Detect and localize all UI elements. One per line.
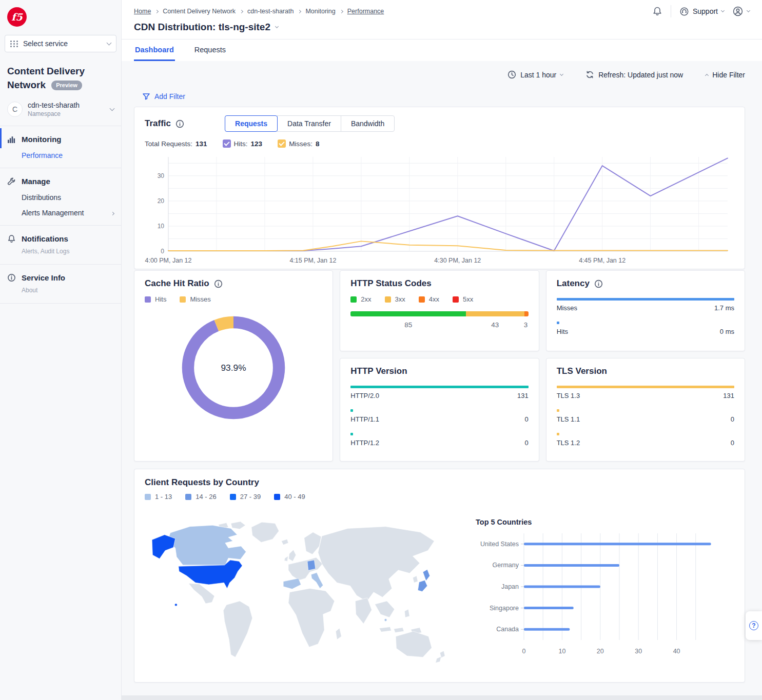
page-tabs: Dashboard Requests — [122, 39, 762, 61]
f5-logo[interactable]: f5 — [7, 7, 27, 27]
breadcrumb: Home Content Delivery Network cdn-test-s… — [134, 8, 384, 15]
map-country-hawaii[interactable] — [174, 604, 177, 606]
traffic-view-bandwidth[interactable]: Bandwidth — [341, 115, 395, 132]
total-requests-value: 131 — [196, 140, 207, 148]
refresh-button[interactable]: Refresh: Updated just now — [585, 70, 683, 79]
user-avatar-icon — [732, 6, 744, 17]
info-icon[interactable] — [175, 119, 184, 128]
bucket4-label: 40 - 49 — [284, 493, 305, 501]
country-title: Client Requests by Country — [145, 477, 259, 488]
svg-text:United States: United States — [480, 541, 519, 548]
breadcrumb-performance[interactable]: Performance — [347, 8, 384, 15]
svg-text:93.9%: 93.9% — [221, 363, 246, 373]
hide-filter-label: Hide Filter — [712, 71, 745, 79]
map-country-italy[interactable] — [311, 573, 323, 589]
5xx-swatch — [453, 296, 459, 303]
breadcrumb-cdn[interactable]: Content Delivery Network — [163, 8, 236, 15]
traffic-card: Traffic Requests Data Transfer Bandwidth… — [134, 107, 745, 269]
hits-swatch — [145, 296, 151, 303]
info-icon[interactable] — [594, 279, 603, 288]
status-legend: 2xx 3xx 4xx 5xx — [350, 295, 528, 303]
hits-checkbox[interactable] — [223, 139, 231, 148]
sidebar-item-distributions[interactable]: Distributions — [0, 190, 121, 206]
page-title: CDN Distribution: tls-ng-site2 — [134, 22, 270, 33]
chevron-down-icon — [107, 41, 112, 46]
namespace-name: cdn-test-sharath — [28, 101, 80, 109]
app: f5 Select service Content Delivery Netwo… — [0, 0, 762, 700]
help-button[interactable]: ? — [746, 611, 762, 640]
add-filter-button[interactable]: Add Filter — [134, 86, 745, 107]
time-range-selector[interactable]: Last 1 hour — [507, 70, 563, 79]
http-version-bars: HTTP/2.0131HTTP/1.10HTTP/1.20 — [350, 386, 528, 447]
svg-text:4:15 PM, Jan 12: 4:15 PM, Jan 12 — [289, 257, 336, 264]
status-segment-3xx — [466, 311, 524, 316]
http-version-title: HTTP Version — [350, 366, 407, 376]
bucket1-swatch — [145, 494, 151, 500]
svg-text:30: 30 — [158, 172, 165, 179]
cache-hit-ratio-card: Cache Hit Ratio Hits Misses 93.9% — [134, 270, 333, 462]
map-country-alaska[interactable] — [152, 535, 175, 559]
sidebar-item-performance[interactable]: Performance — [0, 148, 121, 164]
traffic-view-requests[interactable]: Requests — [225, 115, 278, 132]
hits-legend-label: Hits — [155, 295, 166, 303]
svg-text:Canada: Canada — [496, 626, 519, 633]
tab-dashboard[interactable]: Dashboard — [134, 39, 175, 61]
http-status-codes-card: HTTP Status Codes 2xx 3xx 4xx 5xx 85433 — [340, 270, 539, 351]
svg-text:4:45 PM, Jan 12: 4:45 PM, Jan 12 — [579, 257, 626, 264]
chevron-right-icon — [298, 9, 301, 13]
map-country-japan-north[interactable] — [423, 569, 430, 581]
svg-text:10: 10 — [158, 223, 165, 230]
metric-row: HTTP/1.20 — [350, 433, 528, 447]
clock-icon — [507, 70, 516, 79]
select-service-dropdown[interactable]: Select service — [5, 35, 116, 52]
sidebar-section-manage: Manage Distributions Alerts Management — [0, 168, 121, 225]
info-icon[interactable] — [214, 279, 223, 288]
filter-toolbar: Last 1 hour Refresh: Updated just now Hi… — [134, 66, 745, 86]
map-country-canada[interactable] — [168, 525, 246, 565]
breadcrumb-monitoring[interactable]: Monitoring — [305, 8, 335, 15]
sidebar-spacer — [0, 303, 121, 700]
map-country-spain[interactable] — [283, 578, 301, 589]
account-menu[interactable] — [732, 6, 750, 17]
metrics-grid: Cache Hit Ratio Hits Misses 93.9% HTTP S… — [134, 270, 745, 462]
breadcrumb-namespace[interactable]: cdn-test-sharath — [247, 8, 294, 15]
traffic-view-data-transfer[interactable]: Data Transfer — [277, 115, 341, 132]
sidebar-item-alerts-management[interactable]: Alerts Management — [0, 206, 84, 221]
cache-title: Cache Hit Ratio — [145, 278, 209, 289]
4xx-label: 4xx — [429, 295, 439, 303]
status-title: HTTP Status Codes — [350, 278, 431, 289]
misses-checkbox[interactable] — [278, 139, 286, 148]
chevron-down-icon — [747, 9, 750, 12]
preview-badge: Preview — [51, 81, 82, 90]
hide-filter-toggle[interactable]: Hide Filter — [706, 71, 745, 79]
traffic-stats: Total Requests:131 Hits:123 Misses:8 — [145, 139, 734, 148]
status-segment-4xx — [524, 311, 529, 316]
chevron-right-icon — [340, 9, 343, 13]
service-info-subtitle: About — [0, 287, 121, 299]
chevron-down-icon — [721, 9, 725, 12]
tab-requests[interactable]: Requests — [193, 39, 227, 61]
svg-text:4:00 PM, Jan 12: 4:00 PM, Jan 12 — [145, 257, 191, 264]
map-country-singapore[interactable] — [384, 618, 387, 621]
map-country-japan-south[interactable] — [418, 580, 427, 591]
support-menu[interactable]: Support — [679, 7, 724, 16]
svg-text:0: 0 — [522, 648, 526, 655]
sidebar-item-manage[interactable]: Manage — [0, 170, 121, 190]
namespace-avatar: C — [7, 102, 23, 117]
wrench-icon — [7, 177, 16, 186]
bell-icon — [7, 234, 16, 243]
3xx-swatch — [385, 296, 391, 303]
2xx-swatch — [350, 296, 357, 303]
sidebar-item-monitoring[interactable]: Monitoring — [0, 128, 121, 148]
chevron-down-icon[interactable] — [275, 25, 279, 28]
sidebar-section-monitoring: Monitoring Performance — [0, 126, 121, 168]
namespace-selector[interactable]: C cdn-test-sharath Namespace — [0, 101, 121, 117]
chevron-right-icon — [155, 9, 159, 13]
breadcrumb-home[interactable]: Home — [134, 8, 151, 15]
dashboard-content: Last 1 hour Refresh: Updated just now Hi… — [122, 61, 762, 695]
sidebar-item-service-info[interactable]: Service Info — [0, 267, 121, 287]
service-title: Content Delivery Network Preview — [7, 65, 114, 92]
sidebar-item-notifications[interactable]: Notifications — [0, 228, 121, 248]
notification-bell-icon[interactable] — [652, 6, 662, 16]
map-country-germany[interactable] — [307, 560, 316, 570]
